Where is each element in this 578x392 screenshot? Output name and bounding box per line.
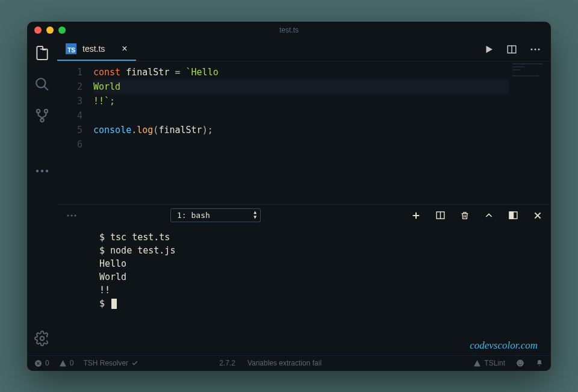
watermark: codevscolor.com bbox=[470, 340, 538, 352]
code-line[interactable] bbox=[93, 137, 551, 152]
code-line[interactable]: World bbox=[93, 79, 551, 94]
new-terminal-icon[interactable] bbox=[411, 211, 421, 220]
code-line[interactable]: const finalStr = `Hello bbox=[93, 65, 551, 79]
status-errors[interactable]: 0 bbox=[34, 359, 49, 367]
line-number: 6 bbox=[57, 137, 82, 152]
svg-rect-24 bbox=[509, 212, 513, 219]
code-line[interactable] bbox=[93, 108, 551, 123]
svg-point-4 bbox=[40, 118, 43, 121]
tabs-row: TS test.ts × bbox=[57, 39, 551, 61]
code-editor[interactable]: 123456 const finalStr = `HelloWorld!!`;c… bbox=[57, 61, 551, 205]
svg-line-1 bbox=[44, 86, 48, 90]
terminal-line: Hello bbox=[99, 257, 551, 270]
editor-actions bbox=[483, 39, 551, 61]
code-line[interactable]: !!`; bbox=[93, 94, 551, 108]
status-warnings[interactable]: 0 bbox=[59, 359, 74, 367]
svg-point-8 bbox=[40, 336, 45, 340]
svg-point-14 bbox=[67, 214, 69, 216]
close-panel-icon[interactable] bbox=[533, 211, 542, 220]
toggle-panel-icon[interactable] bbox=[508, 210, 518, 220]
settings-gear-icon[interactable] bbox=[34, 330, 51, 347]
svg-point-6 bbox=[41, 169, 43, 172]
svg-point-7 bbox=[46, 169, 48, 172]
window-title: test.ts bbox=[27, 26, 551, 34]
status-feedback-icon[interactable] bbox=[516, 359, 524, 367]
line-number: 5 bbox=[57, 123, 82, 137]
more-actions-icon[interactable] bbox=[34, 163, 51, 179]
svg-point-30 bbox=[517, 359, 524, 367]
line-number: 1 bbox=[57, 65, 82, 79]
status-bar: 0 0 TSH Resolver 2.7.2 Variables extract… bbox=[27, 355, 551, 371]
search-icon[interactable] bbox=[34, 76, 51, 93]
svg-point-11 bbox=[531, 49, 533, 51]
terminal-cursor bbox=[111, 299, 117, 309]
terminal-line: World bbox=[99, 270, 551, 284]
titlebar: test.ts bbox=[27, 22, 551, 39]
svg-point-0 bbox=[36, 78, 45, 87]
line-number: 3 bbox=[57, 94, 82, 108]
terminal-line: !! bbox=[99, 284, 551, 297]
editor-more-icon[interactable] bbox=[529, 48, 541, 51]
svg-point-3 bbox=[45, 109, 48, 112]
line-number: 2 bbox=[57, 79, 82, 94]
svg-point-31 bbox=[518, 361, 520, 362]
svg-point-16 bbox=[75, 214, 76, 216]
source-control-icon[interactable] bbox=[34, 107, 51, 124]
code-line[interactable]: console.log(finalStr); bbox=[93, 123, 551, 137]
tab-close-icon[interactable]: × bbox=[122, 43, 127, 54]
line-gutter: 123456 bbox=[57, 61, 93, 205]
typescript-file-icon: TS bbox=[66, 43, 76, 54]
terminal-selector-label: 1: bash bbox=[177, 211, 210, 220]
minimap[interactable] bbox=[509, 61, 551, 205]
tab-test-ts[interactable]: TS test.ts × bbox=[57, 39, 136, 61]
split-editor-icon[interactable] bbox=[506, 44, 517, 55]
dropdown-arrows-icon: ▲▼ bbox=[253, 210, 256, 220]
split-terminal-icon[interactable] bbox=[435, 210, 446, 220]
main-column: TS test.ts × 123456 bbox=[57, 39, 551, 355]
panel-more-icon[interactable] bbox=[66, 214, 78, 217]
svg-point-13 bbox=[538, 49, 540, 51]
run-icon[interactable] bbox=[483, 44, 494, 55]
svg-point-2 bbox=[37, 109, 40, 112]
explorer-icon[interactable] bbox=[34, 45, 51, 61]
activity-bar bbox=[27, 39, 57, 355]
status-version[interactable]: 2.7.2 bbox=[219, 359, 235, 367]
code-area[interactable]: const finalStr = `HelloWorld!!`;console.… bbox=[93, 61, 551, 205]
status-resolver[interactable]: TSH Resolver bbox=[83, 359, 138, 367]
svg-point-5 bbox=[36, 169, 39, 172]
status-extraction[interactable]: Variables extraction fail bbox=[247, 359, 322, 367]
terminal-selector[interactable]: 1: bash ▲▼ bbox=[170, 208, 261, 222]
terminal-line: $ node test.js bbox=[99, 244, 551, 257]
body: TS test.ts × 123456 bbox=[27, 39, 551, 355]
status-bell-icon[interactable] bbox=[535, 359, 544, 367]
status-tslint[interactable]: TSLint bbox=[473, 359, 505, 367]
kill-terminal-icon[interactable] bbox=[460, 210, 470, 221]
line-number: 4 bbox=[57, 108, 82, 123]
svg-point-12 bbox=[535, 49, 536, 51]
terminal-line: $ tsc test.ts bbox=[99, 231, 551, 244]
terminal-line: $ bbox=[99, 297, 551, 310]
tab-label: test.ts bbox=[82, 44, 105, 54]
maximize-panel-icon[interactable] bbox=[484, 211, 494, 220]
terminal[interactable]: $ tsc test.ts$ node test.jsHelloWorld!!$ bbox=[57, 226, 551, 355]
svg-point-15 bbox=[71, 214, 73, 216]
editor-window: test.ts TS test.t bbox=[27, 22, 551, 371]
panel-toolbar: 1: bash ▲▼ bbox=[57, 204, 551, 226]
svg-point-32 bbox=[521, 361, 522, 362]
